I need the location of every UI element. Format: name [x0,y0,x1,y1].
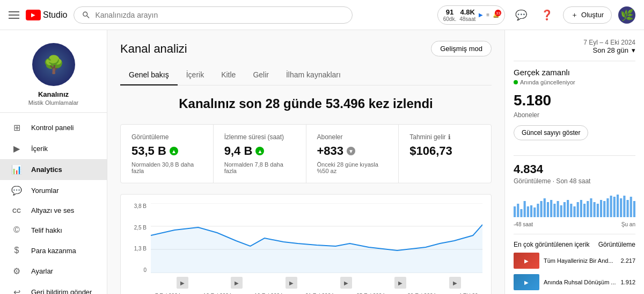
svg-rect-17 [557,201,559,217]
sidebar-item-altyazi[interactable]: CC Altyazı ve ses [0,201,107,220]
sidebar-item-yorumlar[interactable]: 💬 Yorumlar [0,180,107,201]
stat-value-watchtime: 9,4 B ▲ [224,144,295,158]
show-count-button[interactable]: Güncel sayıyı göster [514,125,588,140]
sidebar-item-ayarlar[interactable]: ⚙ Ayarlar [0,261,107,282]
advanced-button[interactable]: Gelişmiş mod [431,41,492,56]
video-thumb-4[interactable]: ▶ [340,277,352,289]
svg-rect-16 [553,204,555,217]
stat-value-views: 53,5 B ▲ [131,144,202,158]
sidebar-item-kontrol-paneli[interactable]: ⊞ Kontrol paneli [0,117,107,138]
stat-card-subs: Aboneler +833 ▼ Önceki 28 güne kıyasla %… [306,125,399,183]
content-title-2: Anında Ruhsal Dönüşüm ... [544,278,616,286]
main-content: Kanal analizi Gelişmiş mod Genel bakış İ… [107,30,504,294]
sidebar-item-label: Analytics [31,166,62,174]
video-thumb-5[interactable]: ▶ [394,277,406,289]
chart-wrapper: 3,8 B 2,5 B 1,3 B 0 [129,203,482,275]
tab-gelir[interactable]: Gelir [244,65,277,85]
channel-avatar-inner: 🌳 [32,43,75,86]
stat-sub-watchtime: Normalden 7,8 B daha fazla [224,161,295,174]
svg-rect-11 [537,204,539,217]
stats-48s: 4.8K 48saat [459,8,475,22]
subtitles-icon: CC [11,207,23,214]
svg-rect-33 [610,196,612,217]
search-input[interactable] [95,11,345,19]
svg-rect-32 [606,198,609,217]
tab-ilham[interactable]: İlham kaynakları [277,65,349,85]
stat-card-watchtime: İzlenme süresi (saat) 9,4 B ▲ Normalden … [214,125,306,183]
create-button[interactable]: ＋ Oluştur [563,6,612,24]
date-range-period[interactable]: Son 28 gün ▾ [514,46,635,54]
views-label: Görüntüleme · Son 48 saat [514,177,635,185]
content: Kanal analizi Gelişmiş mod Genel bakış İ… [107,30,644,294]
svg-rect-35 [617,195,619,217]
top-content-header: En çok görüntülenen içerik Görüntüleme [514,241,635,248]
search-bar[interactable] [74,6,353,24]
svg-rect-20 [567,200,569,217]
svg-rect-24 [580,200,582,217]
svg-rect-14 [547,202,549,217]
create-icon: ＋ [571,10,578,20]
comments-icon[interactable]: 💬 [511,5,531,25]
sidebar-item-icerik[interactable]: ▶ İçerik [0,138,107,159]
realtime-dot [514,80,518,84]
svg-rect-30 [600,200,602,217]
svg-rect-5 [517,204,519,217]
settings-icon: ⚙ [11,266,23,276]
stats-pill[interactable]: 91 60dk. 4.8K 48saat ▶ ≡ 🔔33 [437,5,505,25]
right-panel: 7 Eyl – 4 Eki 2024 Son 28 gün ▾ Gerçek z… [504,30,644,294]
svg-rect-21 [570,204,572,217]
main-layout: 🌳 Kanalınız Mistik Olumlamalar ⊞ Kontrol… [0,30,644,294]
sidebar-item-label: Yorumlar [31,187,59,195]
subs-count: 5.180 [514,92,635,109]
stat-badge-watchtime: ▲ [255,147,264,155]
svg-rect-9 [530,205,532,217]
sidebar-item-label: Geri bildirim gönder [31,288,92,294]
help-icon[interactable]: ❓ [537,5,557,25]
chart-label-right: Şu an [621,221,635,227]
video-thumb-6[interactable]: ▶ [449,277,461,289]
tab-kitle[interactable]: Kitle [213,65,244,85]
tab-icerik[interactable]: İçerik [178,65,213,85]
svg-rect-8 [527,206,529,217]
stats-row: Görüntüleme 53,5 B ▲ Normalden 30,8 B da… [120,124,492,183]
sidebar-item-label: Para kazanma [31,247,76,255]
channel-name: Kanalınız [38,90,69,98]
video-thumb-3[interactable]: ▶ [286,277,297,289]
chart-area: 3,8 B 2,5 B 1,3 B 0 [120,194,492,294]
video-thumb-2[interactable]: ▶ [231,277,243,289]
yt-studio-label: Studio [43,10,67,20]
subs-label: Aboneler [514,111,635,119]
topbar-left: Studio [9,10,67,20]
chart-svg [151,203,482,273]
stats-60dk-value: 91 [446,8,453,16]
sidebar-item-analytics[interactable]: 📊 Analytics [0,159,107,180]
sidebar-item-label: Altyazı ve ses [31,206,74,214]
tab-genel[interactable]: Genel bakış [120,65,178,85]
stats-48s-value: 4.8K [460,8,475,16]
content-item-2[interactable]: ▶ Anında Ruhsal Dönüşüm ... 1.912 [514,274,635,290]
channel-info: 🌳 Kanalınız Mistik Olumlamalar [0,34,107,113]
menu-icon[interactable] [9,11,19,19]
content-item-1[interactable]: ▶ Tüm Hayalleriniz Bir And... 2.217 [514,253,635,269]
realtime-sub-text: Anında güncelleniyor [520,79,575,85]
sidebar-item-para[interactable]: $ Para kazanma [0,240,107,261]
feedback-icon: ↩ [11,287,23,294]
chart-y-labels: 3,8 B 2,5 B 1,3 B 0 [129,203,151,273]
stat-badge-subs: ▼ [347,147,355,155]
channel-sub: Mistik Olumlamalar [28,99,79,106]
svg-rect-36 [620,198,622,217]
svg-rect-6 [520,209,522,217]
video-thumb-1[interactable]: ▶ [177,277,188,289]
create-label: Oluştur [581,11,604,19]
svg-rect-28 [594,202,596,217]
yt-icon [26,10,41,20]
mini-chart-svg [514,190,635,217]
stats-60dk: 91 60dk. [443,8,456,22]
sidebar-item-telif[interactable]: © Telif hakkı [0,220,107,240]
sidebar-item-geri-bildirim[interactable]: ↩ Geri bildirim gönder [0,282,107,294]
svg-rect-31 [603,201,605,217]
page-header: Kanal analizi Gelişmiş mod [120,41,492,56]
avatar[interactable]: 🌿 [618,6,635,24]
svg-rect-23 [577,202,579,217]
stat-badge-views: ▲ [170,147,178,155]
